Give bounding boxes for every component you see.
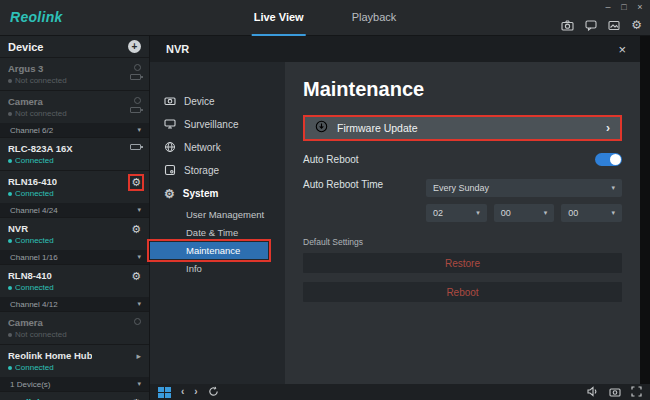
device-item-rlc823a[interactable]: RLC-823A 16X Connected — [0, 138, 149, 171]
device-status: Connected — [8, 235, 54, 246]
firmware-update-row[interactable]: Firmware Update › — [303, 115, 622, 141]
channel-row[interactable]: Channel 4/24▾ — [0, 203, 149, 217]
modal-close-icon[interactable]: × — [618, 43, 626, 56]
multiview-layout-icon[interactable] — [158, 387, 171, 398]
power-icon[interactable] — [134, 318, 141, 325]
nav-item-network[interactable]: Network — [150, 136, 285, 159]
subnav-user-management[interactable]: User Management — [150, 206, 285, 223]
status-dot-icon — [8, 159, 12, 163]
reboot-button[interactable]: Reboot — [303, 282, 622, 302]
status-dot-icon — [8, 79, 12, 83]
reboot-day-select[interactable]: Every Sunday ▾ — [426, 179, 622, 197]
chevron-down-icon: ▾ — [611, 184, 615, 192]
nav-item-system[interactable]: ⚙ System — [150, 182, 285, 205]
surveillance-icon — [164, 118, 176, 132]
auto-reboot-toggle[interactable] — [595, 153, 622, 166]
device-settings-gear-icon[interactable]: ⚙ — [131, 271, 141, 282]
channel-row[interactable]: Channel 1/16▾ — [0, 250, 149, 264]
device-status: Connected — [8, 362, 92, 373]
device-status: Connected — [8, 282, 54, 293]
firmware-update-label: Firmware Update — [337, 122, 418, 134]
snapshot-icon[interactable] — [609, 383, 621, 400]
sidebar-title: Device — [8, 41, 43, 53]
restore-button[interactable]: Restore — [303, 253, 622, 273]
chevron-down-icon: ▾ — [137, 126, 141, 134]
live-view-stage: NVR × Device Surveillance — [150, 36, 650, 384]
auto-reboot-label: Auto Reboot — [303, 154, 359, 165]
device-item-camera1[interactable]: Camera Not connected Channel 6/2▾ — [0, 91, 149, 138]
device-item-home-hub[interactable]: Reolink Home Hub Connected ▸ 1 Device(s)… — [0, 345, 149, 392]
default-settings-label: Default Settings — [303, 237, 622, 247]
firmware-update-icon — [315, 119, 328, 137]
tab-live-view[interactable]: Live View — [252, 0, 306, 36]
minimize-button[interactable]: – — [600, 0, 616, 13]
chevron-down-icon: ▾ — [544, 209, 548, 217]
subnav-date-time[interactable]: Date & Time — [150, 224, 285, 241]
fullscreen-icon[interactable] — [631, 383, 642, 400]
device-item-nvr[interactable]: NVR Connected ⚙ Channel 1/16▾ — [0, 218, 149, 265]
reboot-second-select[interactable]: 00 ▾ — [561, 204, 622, 222]
globe-icon — [164, 141, 176, 155]
titlebar-icons: ⚙ — [561, 19, 642, 31]
device-settings-gear-icon[interactable]: ⚙ — [131, 224, 141, 235]
chevron-down-icon: ▾ — [137, 380, 141, 388]
maximize-button[interactable]: □ — [616, 0, 632, 13]
power-icon[interactable] — [134, 64, 141, 71]
device-item-argus3[interactable]: Argus 3 Not connected — [0, 58, 149, 91]
refresh-icon[interactable] — [208, 383, 219, 400]
next-page-icon[interactable]: › — [194, 387, 197, 397]
device-name: RLN16-410 — [8, 176, 57, 188]
snapshot-icon[interactable] — [561, 20, 574, 31]
subnav-maintenance[interactable]: Maintenance — [150, 242, 268, 259]
channel-row[interactable]: Channel 4/12▾ — [0, 297, 149, 311]
settings-gear-icon[interactable]: ⚙ — [631, 19, 642, 31]
status-dot-icon — [8, 366, 12, 370]
device-status: Not connected — [8, 329, 67, 340]
capture-icon[interactable] — [608, 20, 620, 31]
reboot-minute-select[interactable]: 00 ▾ — [494, 204, 555, 222]
camera-icon — [164, 95, 176, 109]
message-icon[interactable] — [585, 20, 597, 31]
channel-row[interactable]: 1 Device(s)▾ — [0, 377, 149, 391]
chevron-down-icon: ▾ — [137, 206, 141, 214]
nav-item-storage[interactable]: Storage — [150, 159, 285, 182]
nav-item-surveillance[interactable]: Surveillance — [150, 113, 285, 136]
modal-header: NVR × — [150, 36, 640, 62]
sidebar-header: Device + — [0, 36, 149, 58]
device-name: Reolink Home Hub — [8, 350, 92, 362]
page-title: Maintenance — [303, 78, 622, 101]
storage-disk-icon — [164, 164, 176, 178]
device-name: RLN8-410 — [8, 270, 54, 282]
device-settings-gear-icon[interactable]: ⚙ — [131, 177, 141, 188]
reolink-logo: Reolink — [10, 9, 63, 25]
device-item-partial[interactable]: Reolink Connected ⚙ — [0, 392, 149, 400]
prev-page-icon[interactable]: ‹ — [181, 387, 184, 397]
chevron-down-icon: ▾ — [476, 209, 480, 217]
add-device-button[interactable]: + — [128, 40, 141, 53]
reboot-hour-select[interactable]: 02 ▾ — [426, 204, 487, 222]
device-status: Not connected — [8, 108, 67, 119]
device-status: Connected — [8, 155, 73, 166]
close-button[interactable]: × — [632, 0, 648, 13]
device-status: Connected — [8, 188, 57, 199]
volume-icon[interactable] — [587, 383, 599, 400]
battery-icon — [130, 74, 141, 80]
device-item-camera2[interactable]: Camera Not connected — [0, 312, 149, 345]
device-item-rln8-410[interactable]: RLN8-410 Connected ⚙ Channel 4/12▾ — [0, 265, 149, 312]
power-icon[interactable] — [134, 97, 141, 104]
titlebar: Reolink Live View Playback – □ × ⚙ — [0, 0, 650, 36]
chevron-right-icon[interactable]: ▸ — [136, 351, 141, 361]
nav-item-device[interactable]: Device — [150, 90, 285, 113]
channel-row[interactable]: Channel 6/2▾ — [0, 123, 149, 137]
device-status: Not connected — [8, 75, 67, 86]
tab-playback[interactable]: Playback — [350, 0, 399, 36]
status-dot-icon — [8, 286, 12, 290]
auto-reboot-time-label: Auto Reboot Time — [303, 179, 383, 190]
status-dot-icon — [8, 333, 12, 337]
device-name: Camera — [8, 96, 67, 108]
system-gear-icon: ⚙ — [164, 188, 175, 200]
battery-icon — [130, 107, 141, 113]
device-item-rln16-410[interactable]: RLN16-410 Connected ⚙ Channel 4/24▾ — [0, 171, 149, 218]
playback-control-bar: ‹ › — [150, 384, 650, 400]
subnav-info[interactable]: Info — [150, 260, 285, 277]
